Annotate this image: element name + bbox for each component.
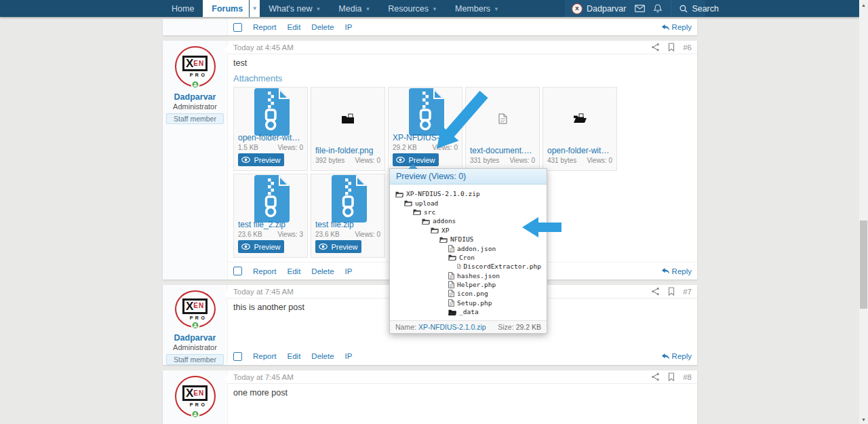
nav-label-resources: Resources: [388, 4, 429, 14]
online-status-icon: [191, 321, 199, 330]
tree-label: Cron: [459, 254, 475, 261]
post-partial: Report Edit Delete IP Reply: [163, 19, 697, 35]
attachment-filename[interactable]: file-in-folder.png: [315, 146, 380, 155]
eye-icon: [241, 244, 250, 250]
tree-item[interactable]: addons: [395, 216, 541, 225]
report-link[interactable]: Report: [253, 23, 277, 31]
post-header: Today at 7:45 AM #8: [228, 370, 697, 384]
share-icon[interactable]: [651, 287, 660, 296]
post-number[interactable]: #8: [683, 373, 692, 381]
nav-item-home[interactable]: Home: [163, 0, 203, 17]
forums-dropdown-toggle[interactable]: ▼: [250, 0, 260, 17]
chevron-down-icon: ▼: [315, 6, 321, 12]
preview-label: Preview: [408, 156, 435, 164]
reply-button[interactable]: Reply: [661, 23, 692, 31]
nav-item-forums[interactable]: Forums: [203, 0, 249, 17]
preview-button[interactable]: Preview: [315, 240, 361, 253]
logo-x: X: [186, 58, 193, 69]
reply-button[interactable]: Reply: [661, 267, 692, 275]
attachment-size: 1.5 KB: [238, 144, 258, 151]
nav-item-whats-new[interactable]: What's new ▼: [260, 0, 330, 17]
edit-link[interactable]: Edit: [288, 267, 301, 275]
nav-item-media[interactable]: Media ▼: [330, 0, 379, 17]
author-name[interactable]: Dadparvar: [174, 92, 216, 102]
reply-button[interactable]: Reply: [661, 352, 692, 360]
tree-item[interactable]: XP-NFDIUS-2.1.0.zip: [395, 189, 541, 198]
account-menu[interactable]: X Dadparvar: [572, 3, 626, 14]
attachment-card[interactable]: open-folder-with-do... 1.5 KB Views: 0 P…: [233, 87, 308, 171]
tree-item[interactable]: Cron: [395, 253, 541, 262]
share-icon[interactable]: [651, 43, 660, 52]
select-post-checkbox[interactable]: [233, 352, 242, 361]
avatar[interactable]: X EN PRO: [175, 376, 216, 417]
attachment-filename[interactable]: text-document.png: [470, 146, 535, 155]
post-date[interactable]: Today at 7:45 AM: [233, 288, 294, 296]
report-link[interactable]: Report: [253, 352, 277, 360]
avatar[interactable]: X EN PRO: [175, 290, 216, 328]
attachment-card[interactable]: text-document.png 331 bytes Views: 0: [465, 87, 540, 171]
tree-item[interactable]: DiscordExtractor.php: [395, 262, 541, 271]
bookmark-icon[interactable]: [668, 287, 675, 296]
message-notch: [224, 290, 228, 298]
author-title: Administrator: [173, 343, 217, 351]
post-number[interactable]: #6: [683, 43, 692, 52]
delete-link[interactable]: Delete: [311, 23, 334, 31]
bell-icon[interactable]: [654, 4, 662, 13]
avatar: X: [572, 3, 583, 14]
bookmark-icon[interactable]: [668, 372, 675, 381]
post-content: one more post: [233, 388, 692, 398]
scrollbar-thumb[interactable]: [860, 220, 867, 309]
post-date[interactable]: Today at 4:45 AM: [233, 43, 294, 52]
tree-item[interactable]: Setup.php: [395, 298, 541, 307]
mail-icon[interactable]: [635, 5, 645, 12]
tree-item[interactable]: upload: [395, 198, 541, 207]
bookmark-icon[interactable]: [668, 43, 675, 52]
attachment-card[interactable]: XP-NFDIUS-2.1.0.zip 29.2 KB Views: 0 Pre…: [388, 87, 462, 171]
chevron-down-icon: ▼: [365, 6, 370, 12]
attachment-card[interactable]: test file_2.zip 23.6 KB Views: 3 Preview: [233, 174, 308, 258]
tree-item[interactable]: icon.png: [395, 289, 541, 298]
tree-item[interactable]: src: [395, 208, 541, 216]
page-scrollbar[interactable]: ▲ ▼: [859, 0, 868, 424]
edit-link[interactable]: Edit: [288, 352, 301, 360]
post-date[interactable]: Today at 7:45 AM: [233, 373, 294, 381]
delete-link[interactable]: Delete: [311, 267, 334, 275]
nav-item-resources[interactable]: Resources ▼: [379, 0, 446, 17]
attachment-card[interactable]: open-folder-with-do... 431 bytes Views: …: [542, 87, 617, 171]
avatar[interactable]: X EN PRO: [175, 46, 216, 87]
select-post-checkbox[interactable]: [233, 267, 242, 275]
scroll-down-button[interactable]: ▼: [859, 415, 868, 424]
attachment-filename[interactable]: open-folder-with-do...: [547, 146, 612, 155]
nav-item-members[interactable]: Members ▼: [446, 0, 508, 17]
report-link[interactable]: Report: [253, 267, 277, 275]
preview-button[interactable]: Preview: [238, 153, 284, 166]
preview-button[interactable]: Preview: [238, 240, 284, 253]
attachment-size: 29.2 KB: [393, 144, 417, 151]
delete-link[interactable]: Delete: [311, 352, 334, 360]
attachment-card[interactable]: file-in-folder.png 392 bytes Views: 0: [311, 87, 385, 171]
ip-link[interactable]: IP: [345, 352, 353, 360]
tree-item[interactable]: addon.json: [395, 244, 541, 252]
tree-item[interactable]: hashes.json: [395, 271, 541, 280]
attachment-filename[interactable]: open-folder-with-do...: [238, 133, 303, 142]
tree-item[interactable]: NFDIUS: [395, 235, 541, 244]
tree-item[interactable]: Helper.php: [395, 280, 541, 289]
share-icon[interactable]: [651, 372, 660, 381]
attachment-card[interactable]: test file.zip 23.6 KB Views: 0 Preview: [311, 174, 385, 258]
attachment-filename[interactable]: XP-NFDIUS-2.1.0.zip: [393, 133, 458, 142]
tree-label: _data: [459, 308, 479, 315]
search-button[interactable]: Search: [671, 0, 719, 17]
select-post-checkbox[interactable]: [233, 23, 242, 32]
author-name[interactable]: Dadparvar: [174, 333, 216, 343]
scroll-up-button[interactable]: ▲: [859, 0, 868, 9]
tree-item[interactable]: XP: [395, 226, 541, 235]
file-name-link[interactable]: XP-NFDIUS-2.1.0.zip: [418, 323, 486, 331]
tree-item[interactable]: _data: [395, 307, 541, 316]
post-number[interactable]: #7: [683, 288, 692, 296]
edit-link[interactable]: Edit: [288, 23, 301, 31]
attachment-filename[interactable]: test file.zip: [315, 220, 380, 229]
ip-link[interactable]: IP: [345, 267, 353, 275]
ip-link[interactable]: IP: [345, 23, 353, 31]
attachment-filename[interactable]: test file_2.zip: [238, 220, 303, 229]
file-icon: [448, 245, 454, 252]
